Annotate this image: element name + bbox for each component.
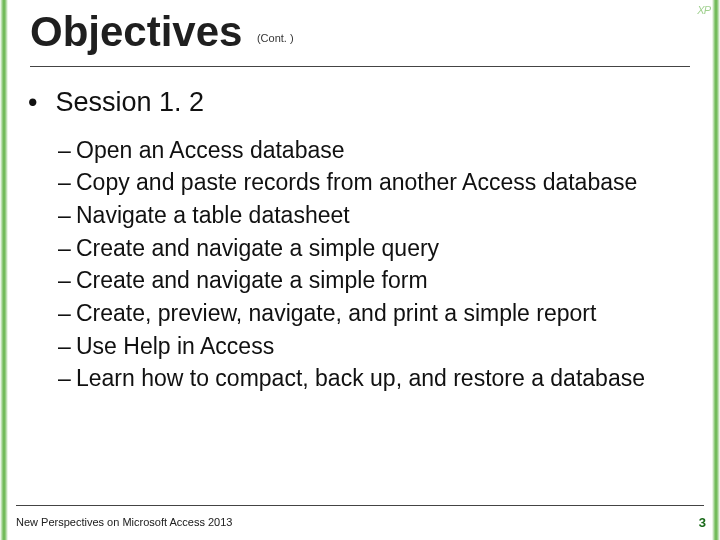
level2-text: Navigate a table datasheet bbox=[76, 202, 350, 228]
list-item: Learn how to compact, back up, and resto… bbox=[28, 362, 700, 395]
header: Objectives (Cont. ) bbox=[30, 8, 690, 64]
list-item: Create and navigate a simple form bbox=[28, 264, 700, 297]
list-item: Open an Access database bbox=[28, 134, 700, 167]
level2-text: Use Help in Access bbox=[76, 333, 274, 359]
level2-text: Copy and paste records from another Acce… bbox=[76, 169, 637, 195]
edge-accent-right bbox=[712, 0, 720, 540]
level2-text: Open an Access database bbox=[76, 137, 345, 163]
edge-accent-left bbox=[0, 0, 8, 540]
level2-text: Create and navigate a simple query bbox=[76, 235, 439, 261]
level1-text: Session 1. 2 bbox=[56, 87, 205, 117]
title-continuation: (Cont. ) bbox=[257, 32, 294, 44]
bullet-list-level2: Open an Access database Copy and paste r… bbox=[28, 134, 700, 395]
list-item: Use Help in Access bbox=[28, 330, 700, 363]
list-item: Create, preview, navigate, and print a s… bbox=[28, 297, 700, 330]
slide: XP Objectives (Cont. ) Session 1. 2 Open… bbox=[0, 0, 720, 540]
body: Session 1. 2 Open an Access database Cop… bbox=[28, 86, 700, 405]
level2-text: Create and navigate a simple form bbox=[76, 267, 428, 293]
list-item: Session 1. 2 Open an Access database Cop… bbox=[28, 86, 700, 395]
title-underline bbox=[30, 66, 690, 67]
list-item: Navigate a table datasheet bbox=[28, 199, 700, 232]
footer-text: New Perspectives on Microsoft Access 201… bbox=[16, 516, 232, 528]
bullet-list-level1: Session 1. 2 Open an Access database Cop… bbox=[28, 86, 700, 395]
corner-flourish: XP bbox=[697, 4, 710, 16]
level2-text: Learn how to compact, back up, and resto… bbox=[76, 365, 645, 391]
slide-title: Objectives bbox=[30, 8, 242, 56]
list-item: Create and navigate a simple query bbox=[28, 232, 700, 265]
list-item: Copy and paste records from another Acce… bbox=[28, 166, 700, 199]
page-number: 3 bbox=[699, 515, 706, 530]
footer-rule bbox=[16, 505, 704, 506]
level2-text: Create, preview, navigate, and print a s… bbox=[76, 300, 596, 326]
